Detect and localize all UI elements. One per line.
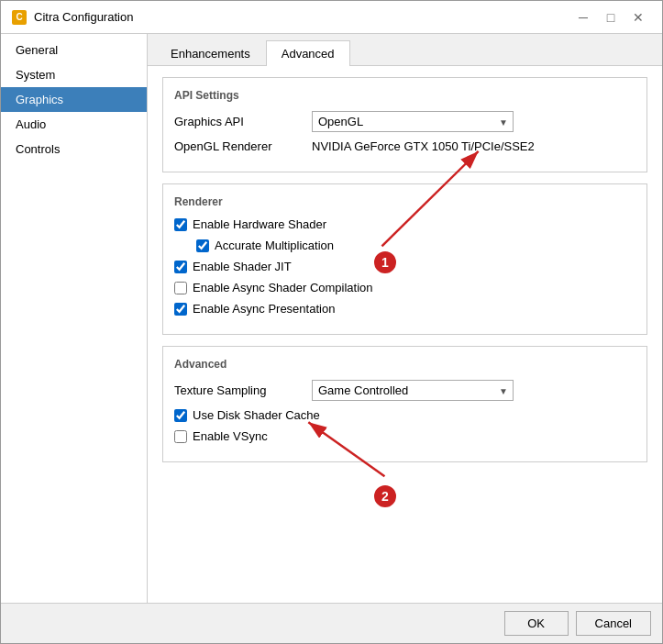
enable-shader-jit-checkbox[interactable] <box>174 261 187 273</box>
window-title: Citra Configuration <box>34 10 133 24</box>
accurate-multiplication-checkbox[interactable] <box>196 239 209 252</box>
main-content: Enhancements Advanced API Settings Graph… <box>148 34 662 603</box>
opengl-renderer-value-wrapper: NVIDIA GeForce GTX 1050 Ti/PCIe/SSE2 <box>312 139 635 153</box>
texture-sampling-control: Game Controlled Nearest Neighbor Linear <box>312 380 635 401</box>
sidebar: General System Graphics Audio Controls <box>1 34 148 603</box>
app-icon: C <box>12 10 27 25</box>
cancel-button[interactable]: Cancel <box>576 611 651 636</box>
use-disk-shader-cache-checkbox[interactable] <box>174 409 187 422</box>
ok-button[interactable]: OK <box>504 611 569 636</box>
texture-sampling-dropdown-wrapper: Game Controlled Nearest Neighbor Linear <box>312 380 514 401</box>
sidebar-item-controls[interactable]: Controls <box>1 137 147 161</box>
tab-enhancements[interactable]: Enhancements <box>155 40 266 66</box>
enable-async-shader-checkbox[interactable] <box>174 282 187 294</box>
window-body: General System Graphics Audio Controls E… <box>1 34 662 603</box>
tab-content: API Settings Graphics API OpenGL Vulkan … <box>148 66 662 603</box>
sidebar-item-system[interactable]: System <box>1 62 147 87</box>
enable-vsync-label: Enable VSync <box>193 429 268 443</box>
opengl-renderer-value: NVIDIA GeForce GTX 1050 Ti/PCIe/SSE2 <box>312 139 535 153</box>
renderer-section: Renderer Enable Hardware Shader Accurate… <box>162 183 647 335</box>
title-bar: C Citra Configuration ─ □ ✕ <box>1 1 662 34</box>
close-button[interactable]: ✕ <box>625 7 651 28</box>
enable-hardware-shader-row: Enable Hardware Shader <box>174 217 635 231</box>
title-bar-left: C Citra Configuration <box>12 10 133 25</box>
enable-async-shader-label: Enable Async Shader Compilation <box>193 281 373 294</box>
use-disk-shader-cache-label: Use Disk Shader Cache <box>193 408 320 422</box>
api-settings-title: API Settings <box>174 89 635 102</box>
texture-sampling-label: Texture Sampling <box>174 383 312 397</box>
accurate-multiplication-label: Accurate Multiplication <box>215 239 334 252</box>
enable-hardware-shader-label: Enable Hardware Shader <box>193 217 326 231</box>
sidebar-item-graphics[interactable]: Graphics <box>1 87 147 112</box>
enable-shader-jit-row: Enable Shader JIT <box>174 260 635 273</box>
opengl-renderer-label: OpenGL Renderer <box>174 139 312 153</box>
tabs-bar: Enhancements Advanced <box>148 34 662 66</box>
enable-async-shader-row: Enable Async Shader Compilation <box>174 281 635 294</box>
sidebar-item-audio[interactable]: Audio <box>1 112 147 137</box>
enable-shader-jit-label: Enable Shader JIT <box>193 260 292 273</box>
tab-advanced[interactable]: Advanced <box>266 40 350 66</box>
renderer-title: Renderer <box>174 195 635 208</box>
graphics-api-row: Graphics API OpenGL Vulkan Software <box>174 111 635 132</box>
enable-vsync-checkbox[interactable] <box>174 430 187 443</box>
enable-async-presentation-row: Enable Async Presentation <box>174 302 635 316</box>
enable-hardware-shader-checkbox[interactable] <box>174 218 187 231</box>
graphics-api-label: Graphics API <box>174 115 312 128</box>
enable-async-presentation-label: Enable Async Presentation <box>193 302 335 316</box>
title-controls: ─ □ ✕ <box>570 7 651 28</box>
graphics-api-dropdown[interactable]: OpenGL Vulkan Software <box>312 111 514 132</box>
use-disk-shader-cache-row: Use Disk Shader Cache <box>174 408 635 422</box>
main-window: C Citra Configuration ─ □ ✕ General Syst… <box>0 0 663 644</box>
maximize-button[interactable]: □ <box>598 7 624 28</box>
api-settings-section: API Settings Graphics API OpenGL Vulkan … <box>162 77 647 172</box>
opengl-renderer-row: OpenGL Renderer NVIDIA GeForce GTX 1050 … <box>174 139 635 153</box>
window-footer: OK Cancel <box>1 603 662 643</box>
graphics-api-control: OpenGL Vulkan Software <box>312 111 635 132</box>
texture-sampling-row: Texture Sampling Game Controlled Nearest… <box>174 380 635 401</box>
sidebar-item-general[interactable]: General <box>1 38 147 62</box>
graphics-api-dropdown-wrapper: OpenGL Vulkan Software <box>312 111 514 132</box>
advanced-section: Advanced Texture Sampling Game Controlle… <box>162 346 647 462</box>
minimize-button[interactable]: ─ <box>570 7 596 28</box>
advanced-section-title: Advanced <box>174 358 635 371</box>
enable-async-presentation-checkbox[interactable] <box>174 303 187 316</box>
enable-vsync-row: Enable VSync <box>174 429 635 443</box>
texture-sampling-dropdown[interactable]: Game Controlled Nearest Neighbor Linear <box>312 380 514 401</box>
accurate-multiplication-row: Accurate Multiplication <box>174 239 635 252</box>
